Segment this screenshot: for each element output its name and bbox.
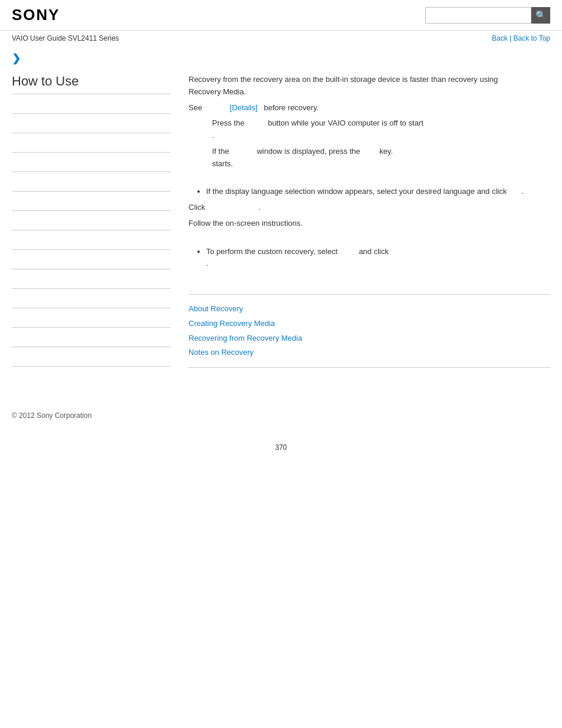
header: SONY 🔍 [0, 0, 562, 31]
sidebar-divider-5 [12, 172, 171, 172]
search-box-wrapper: 🔍 [425, 7, 550, 24]
back-to-top-link[interactable]: Back | Back to Top [492, 34, 550, 42]
content: Recovery from the recovery area on the b… [183, 74, 550, 376]
page-number: 370 [0, 437, 562, 457]
follow-paragraph: Follow the on-screen instructions. [189, 218, 550, 230]
sidebar-divider-15 [12, 366, 171, 367]
step1-block: Press the button while your VAIO compute… [212, 117, 550, 142]
sidebar-item-9 [12, 255, 171, 264]
sidebar-divider-7 [12, 210, 171, 211]
breadcrumb-right: Back | Back | Back to Top [492, 34, 550, 42]
sidebar-divider-6 [12, 191, 171, 192]
sidebar-item-14 [12, 352, 171, 361]
bullet-list-2: To perform the custom recovery, select a… [206, 246, 550, 271]
sidebar-item-8 [12, 235, 171, 245]
step2-block: If the window is displayed, press the ke… [212, 146, 550, 170]
sidebar-item-2 [12, 118, 171, 128]
click-paragraph: Click . [189, 202, 550, 214]
search-input[interactable] [425, 7, 531, 24]
sidebar-divider-10 [12, 269, 171, 269]
see-details-paragraph: See [Details] before recovery. [189, 102, 550, 114]
sidebar-divider-14 [12, 347, 171, 347]
sidebar-item-5 [12, 177, 171, 186]
sidebar-title: How to Use [12, 74, 171, 89]
related-links: About Recovery Creating Recovery Media R… [189, 303, 550, 359]
content-divider-top [189, 294, 550, 295]
sidebar-divider-12 [12, 308, 171, 308]
bullet-item-2: To perform the custom recovery, select a… [206, 246, 550, 271]
related-link-creating-recovery-media[interactable]: Creating Recovery Media [189, 318, 550, 330]
sidebar-divider-8 [12, 230, 171, 230]
sidebar-item-1 [12, 99, 171, 108]
sidebar-item-6 [12, 196, 171, 206]
search-icon: 🔍 [535, 10, 547, 21]
sidebar-item-11 [12, 294, 171, 303]
intro-paragraph: Recovery from the recovery area on the b… [189, 74, 550, 98]
bullet-item-1: If the display language selection window… [206, 186, 550, 198]
sidebar-item-10 [12, 274, 171, 284]
content-divider-bottom [189, 367, 550, 368]
main-layout: How to Use Recovery from [0, 68, 562, 382]
sidebar-divider-13 [12, 327, 171, 328]
page-footer: © 2012 Sony Corporation [0, 400, 562, 431]
step2-paragraph: If the window is displayed, press the ke… [212, 146, 550, 170]
sidebar-item-3 [12, 138, 171, 147]
sidebar-divider-11 [12, 288, 171, 289]
related-link-recovering-from-media[interactable]: Recovering from Recovery Media [189, 332, 550, 345]
details-link[interactable]: [Details] [230, 103, 257, 112]
guide-title: VAIO User Guide SVL2411 Series [12, 34, 119, 42]
search-button[interactable]: 🔍 [531, 7, 550, 24]
sidebar-divider-4 [12, 152, 171, 153]
step1-paragraph: Press the button while your VAIO compute… [212, 117, 550, 142]
nav-bar: VAIO User Guide SVL2411 Series Back | Ba… [0, 31, 562, 46]
sony-logo: SONY [12, 6, 60, 24]
sidebar-divider-9 [12, 249, 171, 250]
sidebar-divider-3 [12, 133, 171, 133]
related-link-about-recovery[interactable]: About Recovery [189, 303, 550, 315]
sidebar-item-7 [12, 216, 171, 225]
sidebar-divider-1 [12, 94, 171, 94]
chevron-area: ❯ [0, 46, 562, 68]
related-link-notes-recovery[interactable]: Notes on Recovery [189, 347, 550, 359]
bullet-list-1: If the display language selection window… [206, 186, 550, 198]
copyright-text: © 2012 Sony Corporation [12, 411, 92, 420]
sidebar-item-4 [12, 157, 171, 167]
sidebar-divider-2 [12, 113, 171, 114]
content-body: Recovery from the recovery area on the b… [189, 74, 550, 368]
sidebar: How to Use [12, 74, 183, 376]
chevron-right-icon[interactable]: ❯ [12, 52, 21, 64]
sidebar-item-12 [12, 313, 171, 322]
sidebar-item-13 [12, 332, 171, 342]
